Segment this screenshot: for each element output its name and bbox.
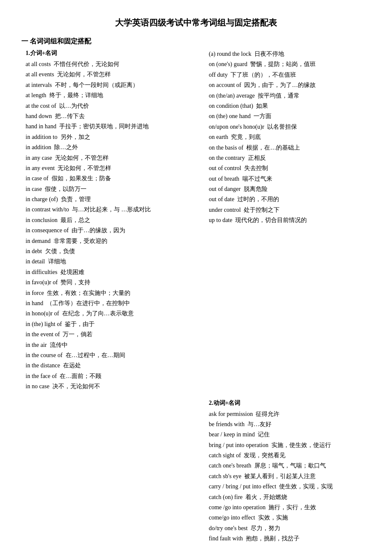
phrase: in debt: [26, 248, 42, 254]
list-item: in force 生效，有效；在实施中；大量的: [21, 289, 200, 298]
phrase: bring / put into operation: [209, 442, 268, 448]
phrase: catch sb's eye: [209, 473, 241, 479]
phrase: carry / bring / put into effect: [209, 483, 276, 490]
list-item: in the event of 万一，倘若: [21, 330, 200, 339]
sub2-entries-container: ask for permission 征得允许be friends with 与…: [209, 410, 371, 544]
list-item: in no case 决不，无论如何不: [21, 382, 200, 391]
phrase: under control: [209, 207, 241, 213]
list-item: catch (on) fire 着火，开始燃烧: [209, 493, 371, 502]
list-item: in the air 流传中: [21, 340, 200, 350]
phrase: catch one's breath: [209, 462, 251, 469]
phrase: ask for permission: [209, 411, 253, 417]
list-item: on (the/an) average 按平均值，通常: [209, 91, 371, 101]
list-item: at intervals 不时，每个一段时间（或距离）: [21, 81, 200, 90]
list-item: at all costs 不惜任何代价，无论如何: [21, 60, 200, 69]
list-item: in the face of 在…面前；不顾: [21, 372, 200, 381]
list-item: be friends with 与…友好: [209, 420, 371, 429]
list-item: in the distance 在远处: [21, 361, 200, 370]
list-item: in hono(u)r of 在纪念，为了向…表示敬意: [21, 309, 200, 318]
phrase: (a) round the lock: [209, 51, 251, 57]
phrase: in case of: [26, 175, 49, 182]
sub1-header-left: 1.介词+名词: [21, 49, 200, 57]
list-item: out of control 失去控制: [209, 164, 371, 173]
sub2-right-column: 2.动词+名词 ask for permission 征得允许be friend…: [209, 399, 371, 545]
phrase: in the distance: [26, 362, 60, 369]
list-item: at the cost of 以…为代价: [21, 101, 200, 111]
list-item: off duty 下了班（的），不在值班: [209, 70, 371, 80]
phrase: on/upon one's hono(u)r: [209, 124, 264, 130]
sub2-header: 2.动词+名词: [209, 399, 371, 407]
phrase: in conclusion: [26, 217, 58, 223]
phrase: out of control: [209, 165, 241, 171]
list-item: in any case 无论如何，不管怎样: [21, 153, 200, 163]
right-entries-container: (a) round the lock 日夜不停地on (one's) guard…: [209, 49, 371, 225]
list-item: carry / bring / put into effect 使生效，实现，实…: [209, 482, 371, 491]
phrase: find fault with: [209, 535, 243, 542]
phrase: out of danger: [209, 186, 241, 192]
phrase: come/go into effect: [209, 514, 255, 521]
phrase: in no case: [26, 383, 49, 390]
list-item: in hand （工作等）在进行中，在控制中: [21, 299, 200, 308]
phrase: in difficulties: [26, 269, 58, 275]
phrase: in favo(u)r of: [26, 279, 58, 286]
list-item: come /go into operation 施行，实行，生效: [209, 503, 371, 512]
list-item: on condition (that) 如果: [209, 101, 371, 111]
list-item: do/try one's best 尽力，努力: [209, 524, 371, 533]
phrase: in hand: [26, 300, 43, 306]
phrase: on condition (that): [209, 103, 253, 109]
phrase: at all costs: [26, 61, 51, 67]
phrase: come /go into operation: [209, 504, 265, 511]
list-item: under control 处于控制之下: [209, 205, 371, 215]
phrase: in force: [26, 290, 44, 296]
phrase: off duty: [209, 72, 228, 78]
list-item: out of date 过时的，不用的: [209, 195, 371, 204]
list-item: on the basis of 根据，在…的基础上: [209, 143, 371, 153]
list-item: bring / put into operation 实施，使生效，使运行: [209, 441, 371, 450]
list-item: in favo(u)r of 赞同，支持: [21, 278, 200, 287]
list-item: on the contrary 正相反: [209, 153, 371, 163]
phrase: in consequence of: [26, 227, 69, 234]
left-entries-container: at all costs 不惜任何代价，无论如何at all events 无论…: [21, 60, 200, 392]
phrase: in (the) light of: [26, 321, 62, 327]
list-item: come/go into effect 实效，实施: [209, 513, 371, 522]
list-item: in detail 详细地: [21, 257, 200, 266]
list-item: in conclusion 最后，总之: [21, 216, 200, 225]
phrase: be friends with: [209, 421, 245, 427]
list-item: (a) round the lock 日夜不停地: [209, 49, 371, 59]
phrase: catch sight of: [209, 452, 241, 459]
list-item: in debt 欠债，负债: [21, 247, 200, 256]
list-item: in addition 除…之外: [21, 143, 200, 152]
list-item: in any event 无论如何，不管怎样: [21, 164, 200, 173]
list-item: in (the) light of 鉴于，由于: [21, 320, 200, 329]
phrase: out of date: [209, 196, 234, 202]
list-item: in case of 假如，如果发生；防备: [21, 174, 200, 183]
list-item: hand in hand 手拉手；密切关联地，同时并进地: [21, 122, 200, 131]
phrase: catch (on) fire: [209, 494, 242, 500]
phrase: in any event: [26, 165, 55, 171]
list-item: at length 终于，最终；详细地: [21, 91, 200, 100]
left-column: 1.介词+名词 at all costs 不惜任何代价，无论如何at all e…: [21, 49, 200, 392]
list-item: catch sight of 发现，突然看见: [209, 451, 371, 460]
phrase: bear / keep in mind: [209, 431, 255, 438]
phrase: in addition to: [26, 134, 58, 140]
phrase: up to date: [209, 217, 232, 223]
list-item: in the course of 在…过程中，在…期间: [21, 351, 200, 360]
list-item: bear / keep in mind 记住: [209, 430, 371, 439]
right-column: (a) round the lock 日夜不停地on (one's) guard…: [209, 49, 371, 392]
phrase: in the face of: [26, 373, 57, 379]
list-item: on earth 究竟，到底: [209, 133, 371, 142]
list-item: on (the) one hand 一方面: [209, 112, 371, 121]
list-item: on/upon one's hono(u)r 以名誉担保: [209, 122, 371, 132]
list-item: at all events 无论如何，不管怎样: [21, 70, 200, 79]
phrase: on (the) one hand: [209, 113, 251, 119]
phrase: on (the/an) average: [209, 92, 255, 99]
phrase: in charge (of): [26, 196, 58, 202]
phrase: in addition: [26, 144, 51, 150]
phrase: out of breath: [209, 176, 239, 182]
phrase: in the air: [26, 342, 47, 348]
phrase: in any case: [26, 155, 52, 161]
section1-header: 一 名词词组和固定搭配: [21, 37, 371, 46]
phrase: in the course of: [26, 352, 63, 358]
phrase: at all events: [26, 71, 54, 78]
phrase: do/try one's best: [209, 525, 248, 531]
